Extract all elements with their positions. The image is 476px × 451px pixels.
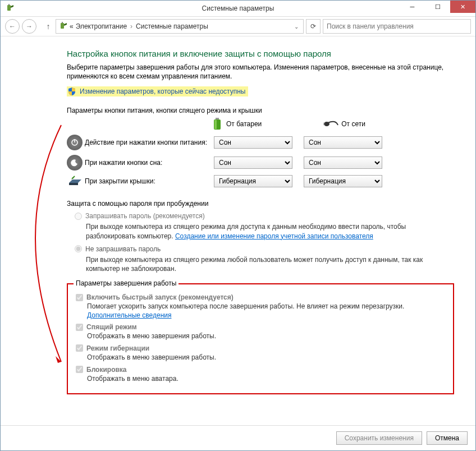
breadcrumb-ellipsis[interactable]: « [70,22,74,30]
search-input[interactable] [323,19,471,34]
chk-fast-startup [76,294,83,301]
column-headers: От батареи От сети [213,118,460,130]
radio-no-password [75,245,82,252]
radio-no-password-desc: При выходе компьютера из спящего режима … [86,255,434,273]
chk-sleep [76,324,83,331]
svg-rect-2 [61,23,64,29]
navbar: ← → ↑ « Электропитание › Системные парам… [1,17,475,36]
svg-rect-3 [62,22,63,23]
chk-lock-desc: Отображать в меню аватара. [87,375,445,384]
sleep-button-icon [67,155,83,171]
back-button[interactable]: ← [5,19,20,34]
close-button[interactable]: ✕ [450,1,475,13]
fast-startup-more-link[interactable]: Дополнительные сведения [87,311,171,319]
change-unavailable-link[interactable]: Изменение параметров, которые сейчас нед… [67,86,248,96]
svg-rect-9 [323,123,325,123]
breadcrumb-item[interactable]: Электропитание [76,22,127,30]
col-ac-label: От сети [341,120,365,128]
lid-icon [67,175,85,187]
power-button-icon [67,135,83,150]
chk-fast-label: Включить быстрый запуск (рекомендуется) [86,293,234,301]
radio-require-password [75,213,82,220]
window: Системные параметры ─ ☐ ✕ ← → ↑ « Электр… [0,0,476,451]
svg-rect-5 [216,118,219,119]
svg-rect-10 [323,125,325,125]
chk-hibernate-desc: Отображать в меню завершения работы. [87,353,445,362]
power-options-icon [5,4,14,13]
address-bar[interactable]: « Электропитание › Системные параметры ⌄ [56,19,304,34]
svg-marker-4 [56,356,61,363]
lid-battery-select[interactable]: Гибернация [214,175,292,187]
svg-rect-0 [7,5,11,11]
button-settings-grid: Действие при нажатии кнопки питания: Сон… [67,135,460,187]
chk-lock-label: Блокировка [86,366,127,374]
minimize-button[interactable]: ─ [400,1,425,13]
sleep-battery-select[interactable]: Сон [214,157,292,169]
radio-require-desc: При выходе компьютера из спящего режима … [86,222,434,240]
page-title: Настройка кнопок питания и включение защ… [67,49,460,58]
plug-icon [323,120,337,128]
address-dropdown[interactable]: ⌄ [292,24,301,30]
row-lid-label: При закрытии крышки: [85,177,214,185]
create-password-link[interactable]: Создание или изменение пароля учетной за… [175,232,373,240]
intro-text: Выберите параметры завершения работы для… [67,63,448,81]
svg-rect-1 [8,4,10,5]
row-sleep-label: При нажатии кнопки сна: [85,159,214,167]
chk-lock [76,366,83,373]
refresh-button[interactable]: ⟳ [306,19,321,34]
save-button[interactable]: Сохранить изменения [336,431,422,445]
chk-fast-desc: Помогает ускорить запуск компьютера посл… [87,302,445,320]
titlebar: Системные параметры ─ ☐ ✕ [1,1,475,17]
power-ac-select[interactable]: Сон [304,136,382,149]
up-button[interactable]: ↑ [43,22,53,31]
chk-sleep-label: Спящий режим [86,323,137,331]
power-options-icon [58,22,67,31]
power-battery-select[interactable]: Сон [214,136,292,149]
chk-hibernate [76,344,83,352]
forward-button[interactable]: → [22,19,36,34]
chevron-right-icon: › [130,22,132,30]
shield-icon [67,87,76,96]
lid-ac-select[interactable]: Гибернация [304,175,382,187]
section-buttons-head: Параметры кнопки питания, кнопки спящего… [67,107,460,114]
footer: Сохранить изменения Отмена [1,425,475,450]
content: Настройка кнопок питания и включение защ… [1,36,475,425]
battery-icon [213,118,222,130]
row-power-label: Действие при нажатии кнопки питания: [85,139,214,146]
sleep-ac-select[interactable]: Сон [304,157,382,169]
shutdown-settings-legend: Параметры завершения работы [74,279,178,287]
shutdown-settings-group: Параметры завершения работы Включить быс… [67,283,454,394]
cancel-button[interactable]: Отмена [427,431,468,445]
chk-hibernate-label: Режим гибернации [86,344,149,352]
radio-require-label: Запрашивать пароль (рекомендуется) [85,212,205,220]
maximize-button[interactable]: ☐ [425,1,450,13]
radio-no-password-label: Не запрашивать пароль [85,245,161,253]
col-battery-label: От батареи [226,120,262,128]
svg-rect-7 [214,120,217,129]
breadcrumb-item[interactable]: Системные параметры [136,22,208,30]
change-unavailable-label: Изменение параметров, которые сейчас нед… [80,88,246,95]
chk-sleep-desc: Отображать в меню завершения работы. [87,332,445,341]
section-password-head: Защита с помощью пароля при пробуждении [67,200,460,208]
